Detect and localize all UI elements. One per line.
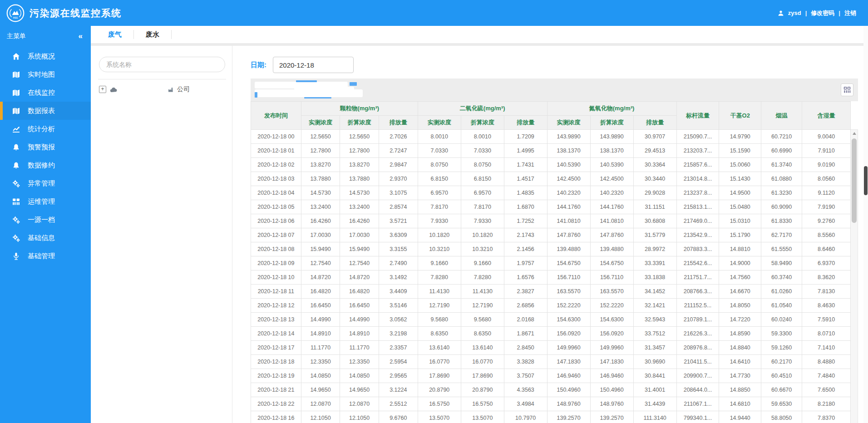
value-cell: 3.3155 (379, 242, 418, 256)
value-cell: 60.6670 (761, 383, 802, 397)
value-cell: 217469.0... (676, 214, 719, 228)
value-cell: 7.0330 (418, 144, 461, 158)
grid-icon (12, 198, 21, 206)
value-cell: 12.0870 (340, 397, 379, 411)
change-password-link[interactable]: 修改密码 (811, 9, 834, 17)
sidebar-item-realtime-map[interactable]: 实时地图 (0, 65, 91, 84)
value-cell: 8.0010 (461, 130, 504, 144)
value-cell: 7.6500 (802, 383, 851, 397)
value-cell: 8.6460 (802, 242, 851, 256)
expand-icon[interactable]: + (99, 86, 106, 93)
value-cell: 3.1492 (379, 271, 418, 285)
value-cell: 210789.1... (676, 313, 719, 327)
value-cell: 208644.0... (676, 383, 719, 397)
value-cell: 148.9760 (547, 397, 590, 411)
sidebar-item-basic-management[interactable]: 基础管理 (0, 247, 91, 265)
value-cell: 139.2570 (590, 411, 633, 423)
date-input[interactable] (273, 57, 354, 73)
value-cell: 30.8441 (633, 369, 676, 383)
logout-link[interactable]: 注销 (844, 9, 856, 17)
value-cell: 1.4835 (504, 186, 547, 200)
value-cell: 1.4517 (504, 172, 547, 186)
data-table: 发布时间颗粒物(mg/m³)二氧化硫(mg/m³)氮氧化物(mg/m³)标杆流量… (251, 101, 851, 423)
value-cell: 142.4500 (547, 172, 590, 186)
value-cell: 140.5390 (590, 158, 633, 172)
value-cell: 12.0870 (301, 397, 340, 411)
tree-panel: + 公司 (91, 46, 232, 423)
page-scrollbar-thumb[interactable] (864, 166, 868, 195)
tree-node-label: 公司 (177, 85, 190, 93)
sidebar-item-online-monitoring[interactable]: 在线监控 (0, 84, 91, 102)
svg-text:MEE: MEE (13, 16, 19, 19)
value-cell: 14.8590 (719, 327, 761, 341)
value-cell: 11.4130 (461, 285, 504, 299)
sidebar-item-exception-management[interactable]: 异常管理 (0, 174, 91, 192)
table-row: 2020-12-18 0513.240013.24002.85747.81707… (251, 200, 851, 214)
value-cell: 213203.7... (676, 144, 719, 158)
value-cell: 14.8850 (719, 383, 761, 397)
sidebar-item-one-source-one-file[interactable]: 一源一档 (0, 211, 91, 229)
scroll-up-arrow[interactable] (853, 132, 856, 135)
value-cell: 7.9190 (802, 200, 851, 214)
value-cell: 2.9565 (379, 369, 418, 383)
col-group-header-1: 二氧化硫(mg/m³) (418, 102, 547, 116)
value-cell: 141.0810 (547, 214, 590, 228)
sidebar-item-system-overview[interactable]: 系统概况 (0, 47, 91, 65)
value-cell: 12.7190 (461, 299, 504, 313)
value-cell: 12.1050 (301, 411, 340, 423)
table-row: 2020-12-18 0815.949015.94903.315510.3210… (251, 242, 851, 256)
redacted-block (294, 87, 354, 91)
value-cell: 154.6300 (547, 313, 590, 327)
sidebar-item-basic-info[interactable]: 基础信息 (0, 229, 91, 247)
value-cell: 58.8050 (761, 411, 802, 423)
gears-icon (12, 180, 21, 187)
value-cell: 8.0750 (418, 158, 461, 172)
value-cell: 3.1075 (379, 186, 418, 200)
value-cell: 2.7490 (379, 256, 418, 271)
map-icon (12, 107, 21, 115)
value-cell: 1.6870 (504, 200, 547, 214)
value-cell: 14.9500 (719, 186, 761, 200)
column-picker-button[interactable] (841, 84, 853, 96)
map-icon (12, 71, 21, 79)
bell-icon (12, 162, 21, 169)
sidebar-item-data-reports[interactable]: 数据报表 (0, 102, 91, 120)
value-cell: 13.8270 (340, 158, 379, 172)
redacted-text (121, 87, 164, 92)
value-cell: 14.9650 (301, 383, 340, 397)
table-row: 2020-12-18 0112.780012.78002.72477.03307… (251, 144, 851, 158)
sidebar-item-statistics-analysis[interactable]: 统计分析 (0, 120, 91, 138)
value-cell: 61.0880 (761, 172, 802, 186)
value-cell: 213237.8... (676, 186, 719, 200)
table-scrollbar[interactable] (851, 129, 858, 423)
divider (98, 79, 226, 79)
table-row: 2020-12-18 1612.105012.10509.676013.5070… (251, 411, 851, 423)
value-cell: 7.0330 (461, 144, 504, 158)
value-cell: 8.2180 (802, 397, 851, 411)
col-subheader-2-2: 排放量 (633, 116, 676, 130)
table-head: 发布时间颗粒物(mg/m³)二氧化硫(mg/m³)氮氧化物(mg/m³)标杆流量… (251, 102, 851, 130)
search-input[interactable] (99, 57, 225, 72)
value-cell: 7.8170 (418, 200, 461, 214)
tab-waste-gas[interactable]: 废气 (96, 30, 134, 39)
value-cell: 16.6450 (340, 299, 379, 313)
report-panel: 日期: (232, 46, 868, 423)
value-cell: 138.1370 (590, 144, 633, 158)
username[interactable]: zysd (788, 10, 801, 16)
value-cell: 10.7970 (504, 411, 547, 423)
collapse-sidebar-button[interactable]: « (79, 32, 83, 41)
tab-waste-water[interactable]: 废水 (134, 30, 172, 39)
value-cell: 59.1260 (761, 341, 802, 355)
sidebar-item-operations-management[interactable]: 运维管理 (0, 192, 91, 211)
redacted-fragment (296, 80, 317, 82)
page-scrollbar[interactable] (863, 26, 868, 423)
value-cell: 31.5779 (633, 228, 676, 242)
mic-icon (12, 252, 21, 260)
sidebar-item-data-revision[interactable]: 数据修约 (0, 156, 91, 174)
sidebar-item-warning-forecast[interactable]: 预警预报 (0, 138, 91, 156)
value-cell: 61.0260 (761, 285, 802, 299)
value-cell: 14.6410 (719, 355, 761, 369)
tree-node[interactable]: + 公司 (99, 85, 225, 93)
table-scrollbar-thumb[interactable] (852, 138, 857, 223)
value-cell: 60.2170 (761, 355, 802, 369)
